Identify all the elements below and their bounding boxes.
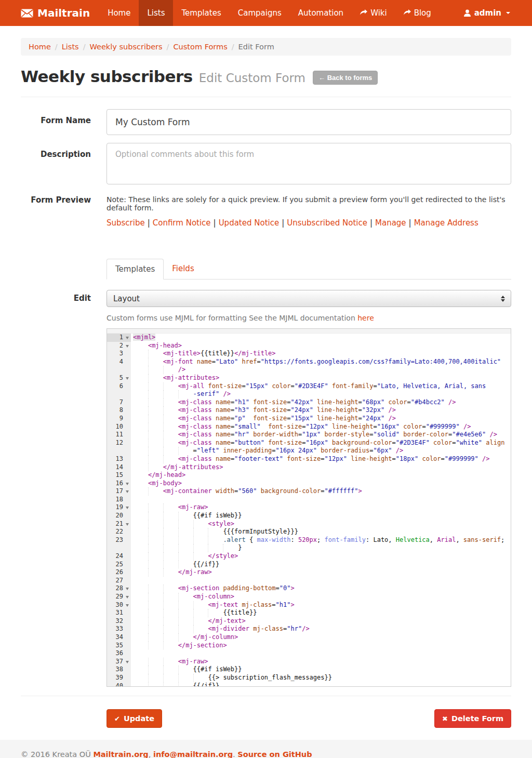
fold-toggle-icon[interactable] xyxy=(126,523,129,526)
gutter-cell: 27 xyxy=(107,577,131,585)
preview-link-confirm-notice[interactable]: Confirm Notice xyxy=(153,218,211,228)
code-line: 38 {{#if isWeb}} xyxy=(107,666,511,674)
fold-toggle-icon[interactable] xyxy=(126,588,129,590)
code-line: 40 {{/if}} xyxy=(107,682,511,687)
mjml-docs-link[interactable]: here xyxy=(357,314,374,322)
brand[interactable]: Mailtrain xyxy=(0,0,99,26)
code-line: 10 <mj-class name="small" font-size="12p… xyxy=(107,423,511,431)
code-line: 12 <mj-class name="button" font-size="16… xyxy=(107,439,511,447)
code-line: 35 </mj-section> xyxy=(107,642,511,650)
fold-toggle-icon[interactable] xyxy=(126,377,129,380)
code-line: 28 <mj-section padding-bottom="0"> xyxy=(107,584,511,593)
user-menu[interactable]: admin xyxy=(463,8,510,18)
share-icon xyxy=(360,8,367,18)
page-title: Weekly subscribers xyxy=(21,67,193,86)
tab-fields[interactable]: Fields xyxy=(164,259,202,279)
code-line: 32 </mj-text> xyxy=(107,617,511,626)
description-label: Description xyxy=(21,143,107,187)
mjml-code-editor[interactable]: 1<mjml>2 <mj-head>3 <mj-title>{{title}}<… xyxy=(107,328,511,687)
fold-toggle-icon[interactable] xyxy=(126,337,129,339)
gutter-cell: 22 xyxy=(107,528,131,536)
gutter-cell: 6 xyxy=(107,382,131,391)
tab-templates[interactable]: Templates xyxy=(107,259,164,280)
email-link[interactable]: info@mailtrain.org xyxy=(153,750,233,758)
description-textarea[interactable] xyxy=(107,143,511,184)
chevron-down-icon xyxy=(506,12,510,14)
fold-toggle-icon[interactable] xyxy=(126,483,129,485)
github-source-link[interactable]: Source on GitHub xyxy=(237,750,312,758)
code-line: 23 .alert { max-width: 520px; font-famil… xyxy=(107,536,511,544)
back-to-forms-button[interactable]: ← Back to forms xyxy=(313,71,378,85)
code-line: 6 <mj-all font-size="15px" color="#2D3E4… xyxy=(107,382,511,391)
user-icon xyxy=(463,9,471,17)
select-stepper-icon xyxy=(501,296,505,302)
editor-scrollbar-track xyxy=(107,329,511,334)
preview-link-manage-address[interactable]: Manage Address xyxy=(414,218,478,228)
preview-link-unsubscribed-notice[interactable]: Unsubscribed Notice xyxy=(287,218,367,228)
code-line: 9 <mj-class name="p" font-size="15px" li… xyxy=(107,415,511,423)
code-line: 5 <mj-attributes> xyxy=(107,374,511,382)
edit-label: Edit xyxy=(21,290,107,687)
code-line: } xyxy=(107,544,511,552)
fold-toggle-icon[interactable] xyxy=(126,596,129,599)
breadcrumb: Home/Lists/Weekly subscribers/Custom For… xyxy=(21,38,511,56)
code-line: 33 <mj-divider mj-class="hr"/> xyxy=(107,625,511,633)
code-line: 31 {{title}} xyxy=(107,609,511,617)
copyright-text: © 2016 Kreata OÜ xyxy=(21,750,93,758)
code-line: 18 xyxy=(107,496,511,504)
gutter-cell: 34 xyxy=(107,633,131,642)
gutter-cell: 16 xyxy=(107,480,131,488)
fold-toggle-icon[interactable] xyxy=(126,345,129,348)
code-line: 24 </style> xyxy=(107,552,511,561)
preview-note: Note: These links are solely for a quick… xyxy=(107,194,511,212)
nav-item-lists[interactable]: Lists xyxy=(139,0,173,26)
nav-item-wiki[interactable]: Wiki xyxy=(352,0,395,26)
brand-label: Mailtrain xyxy=(37,7,90,19)
breadcrumb-link-weekly-subscribers[interactable]: Weekly subscribers xyxy=(90,43,163,51)
code-line: 39 {{> subscription_flash_messages}} xyxy=(107,674,511,682)
gutter-cell: 39 xyxy=(107,674,131,682)
edit-template-select[interactable]: Layout xyxy=(107,290,511,307)
delete-form-button[interactable]: ✖Delete Form xyxy=(434,709,511,728)
gutter-cell: 26 xyxy=(107,568,131,577)
code-line: 20 {{#if isWeb}} xyxy=(107,512,511,520)
fold-toggle-icon[interactable] xyxy=(126,604,129,607)
gutter-cell xyxy=(107,366,131,374)
gutter-cell: 1 xyxy=(107,334,131,342)
gutter-cell: 9 xyxy=(107,415,131,423)
code-line: 30 <mj-text mj-class="h1"> xyxy=(107,601,511,609)
breadcrumb-link-custom-forms[interactable]: Custom Forms xyxy=(173,43,227,51)
nav-item-blog[interactable]: Blog xyxy=(395,0,440,26)
mailtrain-org-link[interactable]: Mailtrain.org xyxy=(93,750,148,758)
nav-item-home[interactable]: Home xyxy=(99,0,139,26)
code-line: 7 <mj-class name="h1" font-size="42px" l… xyxy=(107,398,511,407)
code-line: -serif" /> xyxy=(107,390,511,398)
breadcrumb-link-lists[interactable]: Lists xyxy=(62,43,79,51)
update-button[interactable]: ✔Update xyxy=(107,709,162,728)
fold-toggle-icon[interactable] xyxy=(126,661,129,663)
code-line: 14 </mj-attributes> xyxy=(107,463,511,472)
gutter-cell xyxy=(107,447,131,455)
gutter-cell: 33 xyxy=(107,625,131,633)
preview-link-updated-notice[interactable]: Updated Notice xyxy=(219,218,280,228)
preview-links: Subscribe|Confirm Notice|Updated Notice|… xyxy=(107,218,511,228)
code-line: 15 </mj-head> xyxy=(107,471,511,480)
code-line: 13 <mj-class name="footer-text" font-siz… xyxy=(107,455,511,463)
preview-link-manage[interactable]: Manage xyxy=(375,218,406,228)
arrow-left-icon: ← xyxy=(318,74,325,82)
fold-toggle-icon[interactable] xyxy=(126,490,129,493)
form-name-input[interactable] xyxy=(107,109,511,135)
gutter-cell: 23 xyxy=(107,536,131,544)
code-line: 36 xyxy=(107,649,511,658)
code-line: 37 <mj-raw> xyxy=(107,658,511,666)
fold-toggle-icon[interactable] xyxy=(126,507,129,509)
gutter-cell: 2 xyxy=(107,342,131,350)
breadcrumb-link-home[interactable]: Home xyxy=(29,43,51,51)
preview-link-subscribe[interactable]: Subscribe xyxy=(107,218,145,228)
nav-item-templates[interactable]: Templates xyxy=(173,0,229,26)
code-line: 16 <mj-body> xyxy=(107,480,511,488)
nav-item-automation[interactable]: Automation xyxy=(290,0,352,26)
nav-item-campaigns[interactable]: Campaigns xyxy=(230,0,290,26)
gutter-cell: 37 xyxy=(107,658,131,666)
code-line: 2 <mj-head> xyxy=(107,342,511,350)
